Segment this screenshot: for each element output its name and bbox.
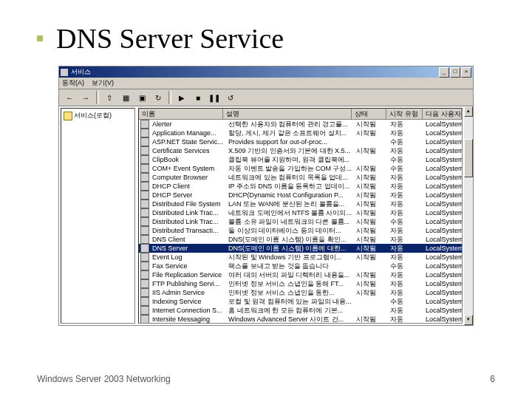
refresh-button[interactable]: ↻ bbox=[151, 90, 166, 105]
service-row[interactable]: Distributed Transacti...둘 이상의 데이터베이스 등의 … bbox=[139, 226, 462, 235]
service-row[interactable]: ClipBook클립북 뷰어를 지원하며, 원격 클립북에...수동LocalS… bbox=[139, 155, 462, 164]
scroll-thumb[interactable] bbox=[464, 139, 473, 177]
back-button[interactable]: ← bbox=[62, 90, 77, 105]
service-logon: LocalSystem bbox=[423, 298, 462, 305]
start-button[interactable]: ▶ bbox=[174, 90, 189, 105]
service-name: IIS Admin Service bbox=[149, 289, 225, 296]
service-row[interactable]: Certificate ServicesX.509 기반의 인증서와 기본에 대… bbox=[139, 146, 462, 155]
gear-icon bbox=[140, 315, 149, 323]
forward-button[interactable]: → bbox=[78, 90, 93, 105]
titlebar: 서비스 _ □ × bbox=[59, 66, 473, 78]
service-name: Computer Browser bbox=[149, 174, 225, 181]
gear-icon bbox=[140, 270, 149, 279]
service-row[interactable]: Application Manage...할당, 게시, 제거 같은 소프트웨어… bbox=[139, 129, 462, 137]
col-name[interactable]: 이름 bbox=[139, 109, 223, 119]
service-row[interactable]: Indexing Service로컬 및 원격 컴퓨터에 있는 파일의 내용..… bbox=[139, 297, 462, 306]
gear-icon bbox=[140, 191, 149, 200]
gear-icon bbox=[140, 253, 149, 262]
service-logon: LocalSystem bbox=[423, 129, 462, 137]
service-name: Distributed Transacti... bbox=[149, 227, 225, 234]
props-button[interactable]: ▦ bbox=[118, 90, 133, 105]
gear-icon bbox=[140, 244, 149, 253]
service-logon: LocalSystem bbox=[423, 262, 462, 270]
service-row[interactable]: COM+ Event System자동 이벤트 발송을 가입하는 COM 구성.… bbox=[139, 164, 462, 173]
service-row[interactable]: ASP.NET State Servic...Provides support … bbox=[139, 137, 462, 146]
gear-icon bbox=[140, 288, 149, 297]
service-name: Certificate Services bbox=[149, 147, 225, 154]
service-row[interactable]: DNS ClientDNS(도메인 이름 시스템) 이름을 확인...시작됨자동… bbox=[139, 235, 462, 244]
menu-action[interactable]: 동작(A) bbox=[62, 78, 84, 88]
service-logon: LocalSystem bbox=[423, 183, 462, 190]
service-row[interactable]: DNS ServerDNS(도메인 이름 시스템) 이름에 대한...시작됨자동… bbox=[139, 244, 462, 253]
gear-icon bbox=[140, 155, 149, 164]
column-headers: 이름 설명 상태 시작 유형 다음 사용자로 로그온 bbox=[139, 109, 462, 120]
service-status: 시작됨 bbox=[353, 146, 387, 156]
service-logon: LocalSystem bbox=[423, 147, 462, 154]
gear-icon bbox=[140, 235, 149, 244]
pause-button[interactable]: ❚❚ bbox=[207, 90, 222, 105]
service-row[interactable]: Distributed File SystemLAN 또는 WAN에 분산된 논… bbox=[139, 200, 462, 208]
service-name: File Replication Service bbox=[149, 271, 225, 279]
service-name: FTP Publishing Servi... bbox=[149, 280, 225, 287]
services-list: 이름 설명 상태 시작 유형 다음 사용자로 로그온 Alerter선택한 사용… bbox=[138, 108, 463, 324]
scroll-up-button[interactable]: ▴ bbox=[464, 106, 473, 117]
service-row[interactable]: File Replication Service여러 대의 서버의 파일 디렉터… bbox=[139, 270, 462, 279]
service-logon: LocalSystem bbox=[423, 165, 462, 172]
service-logon: LocalSystem bbox=[423, 174, 462, 181]
service-row[interactable]: IIS Admin Service인터넷 정보 서비스 스냅인을 통한...시작… bbox=[139, 288, 462, 297]
gear-icon bbox=[140, 262, 149, 270]
tree-root[interactable]: 서비스(로컬) bbox=[63, 110, 133, 121]
service-logon: LocalSystem bbox=[423, 245, 462, 252]
col-status[interactable]: 상태 bbox=[352, 109, 386, 119]
restart-button[interactable]: ↺ bbox=[223, 90, 238, 105]
service-row[interactable]: Computer Browser네트워크에 있는 컴퓨터의 목록을 업데...시… bbox=[139, 173, 462, 182]
service-name: DNS Server bbox=[149, 245, 225, 252]
service-startup-type: 자동 bbox=[387, 315, 423, 324]
service-name: Alerter bbox=[149, 120, 225, 128]
title-bullet bbox=[37, 35, 43, 41]
service-row[interactable]: Alerter선택한 사용자와 컴퓨터에 관리 경고를...시작됨자동Local… bbox=[139, 120, 462, 129]
service-logon: LocalSystem bbox=[423, 138, 462, 146]
service-logon: LocalSystem bbox=[423, 280, 462, 287]
service-status: 시작됨 bbox=[353, 129, 387, 138]
minimize-button[interactable]: _ bbox=[439, 67, 449, 78]
service-name: Application Manage... bbox=[149, 129, 225, 137]
col-startup[interactable]: 시작 유형 bbox=[386, 109, 423, 119]
service-description: Windows Advanced Server 사이트 간... bbox=[225, 315, 353, 324]
service-row[interactable]: DHCP ClientIP 주소와 DNS 이름을 등록하고 업데이...시작됨… bbox=[139, 182, 462, 191]
col-logon[interactable]: 다음 사용자로 로그온 bbox=[423, 109, 462, 119]
service-logon: LocalSystem bbox=[423, 307, 462, 314]
stop-button[interactable]: ■ bbox=[191, 90, 205, 105]
menu-view[interactable]: 보기(V) bbox=[92, 78, 114, 88]
up-button[interactable]: ⇧ bbox=[102, 90, 117, 105]
tree-panel: 서비스(로컬) bbox=[61, 108, 135, 324]
vertical-scrollbar[interactable]: ▴ ▾ bbox=[464, 106, 473, 325]
service-row[interactable]: Fax Service팩스를 보내고 받는 것을 돕습니다수동LocalSyst… bbox=[139, 262, 462, 270]
service-logon: LocalSystem bbox=[423, 209, 462, 216]
service-logon: LocalSystem bbox=[423, 120, 462, 128]
export-button[interactable]: ▣ bbox=[134, 90, 149, 105]
service-name: Distributed Link Trac... bbox=[149, 218, 225, 225]
service-row[interactable]: Distributed Link Trac...네트워크 도메인에서 NTFS … bbox=[139, 208, 462, 217]
service-row[interactable]: Intersite MessagingWindows Advanced Serv… bbox=[139, 315, 462, 323]
service-logon: LocalSystem bbox=[423, 156, 462, 163]
window-title: 서비스 bbox=[71, 67, 439, 77]
service-name: Fax Service bbox=[149, 262, 225, 270]
service-name: Internet Connection S... bbox=[149, 307, 225, 314]
col-description[interactable]: 설명 bbox=[223, 109, 352, 119]
app-icon bbox=[61, 69, 68, 76]
service-row[interactable]: Distributed Link Trac...볼륨 소유 파일이 네트워크의 … bbox=[139, 217, 462, 226]
gear-icon bbox=[140, 279, 149, 288]
gear-icon bbox=[140, 129, 149, 137]
gear-icon bbox=[140, 297, 149, 306]
service-row[interactable]: Internet Connection S...홈 네트워크에 한 모든 컴퓨터… bbox=[139, 306, 462, 315]
maximize-button[interactable]: □ bbox=[450, 67, 460, 78]
scroll-track[interactable] bbox=[464, 117, 473, 315]
service-row[interactable]: Event Log시작된 및 Windows 기반 프로그램이...시작됨자동L… bbox=[139, 253, 462, 262]
service-name: Intersite Messaging bbox=[149, 316, 225, 323]
service-name: COM+ Event System bbox=[149, 165, 225, 172]
close-button[interactable]: × bbox=[461, 67, 471, 78]
scroll-down-button[interactable]: ▾ bbox=[464, 315, 473, 325]
service-row[interactable]: DHCP ServerDHCP(Dynamic Host Configurati… bbox=[139, 191, 462, 200]
service-row[interactable]: FTP Publishing Servi...인터넷 정보 서비스 스냅인을 통… bbox=[139, 279, 462, 288]
